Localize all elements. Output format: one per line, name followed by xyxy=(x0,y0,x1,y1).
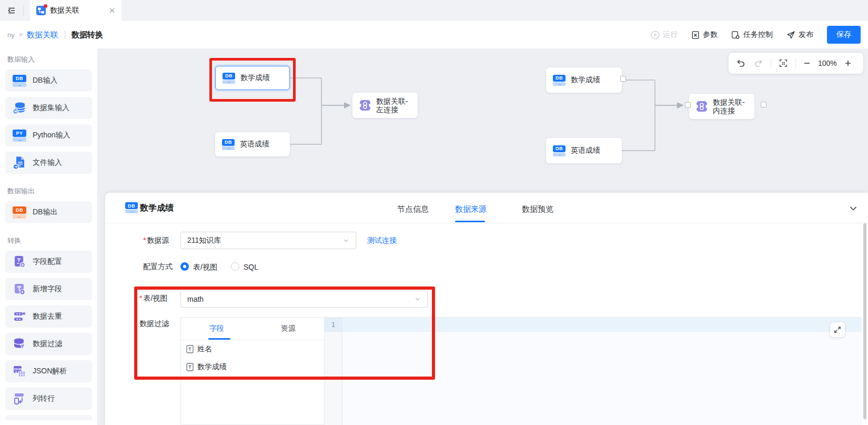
breadcrumb-root[interactable]: ny xyxy=(7,31,15,39)
sidebar-item-col-to-row[interactable]: 列转行 xyxy=(5,388,92,410)
sidebar-item-data-filter[interactable]: 数据过滤 xyxy=(5,333,92,355)
field-resource-panel: 字段 资源 姓名 数学成绩 xyxy=(180,317,325,425)
task-control-button[interactable]: 任务控制 xyxy=(731,30,773,39)
toolbar-divider xyxy=(771,58,771,68)
sidebar-item-dataset-input[interactable]: 数据集输入 xyxy=(5,97,92,119)
test-connection-link[interactable]: 测试连接 xyxy=(367,236,397,245)
radio-sql-label[interactable]: SQL xyxy=(244,263,258,271)
section-transform-label: 转换 xyxy=(7,236,92,245)
field-config-icon xyxy=(12,254,27,270)
field-panel-tabs: 字段 资源 xyxy=(181,318,324,340)
node-join-left[interactable]: 数据关联- 左连接 xyxy=(352,93,418,118)
field-doc-icon xyxy=(186,345,194,353)
sidebar-item-add-field[interactable]: 新增字段 xyxy=(5,278,92,300)
breadcrumb-separator: > xyxy=(19,31,23,38)
node-math-score-left[interactable]: DB→ 数学成绩 xyxy=(215,66,290,90)
params-doc-icon xyxy=(691,31,700,39)
sidebar-item-json-parse[interactable]: JSON JSON解析 xyxy=(5,360,92,382)
node-join-inner[interactable]: 数据关联- 内连接 xyxy=(689,94,754,119)
sidebar-item-db-input[interactable]: DB→ DB输入 xyxy=(5,70,92,92)
section-data-input-label: 数据输入 xyxy=(7,55,92,64)
port-join-inner-out[interactable] xyxy=(761,102,766,107)
panel-scrollbar[interactable] xyxy=(863,223,866,419)
node-config-panel: DB→ 数学成绩 节点信息 数据来源 数据预览 *数据源 211知识库 测试连接… xyxy=(105,193,868,425)
params-button[interactable]: 参数 xyxy=(691,30,718,39)
sidebar-item-field-config[interactable]: 字段配置 xyxy=(5,251,92,273)
panel-collapse-icon[interactable] xyxy=(848,203,859,214)
file-input-icon xyxy=(12,155,27,171)
panel-node-title: 数学成绩 xyxy=(140,203,174,214)
zoom-out-icon[interactable] xyxy=(803,60,811,67)
breadcrumb-divider xyxy=(65,31,65,39)
expand-editor-button[interactable] xyxy=(830,322,845,337)
params-label: 参数 xyxy=(703,30,718,39)
flow-tab-icon xyxy=(36,6,46,15)
run-label: 运行 xyxy=(663,30,678,39)
zoom-in-icon[interactable] xyxy=(844,60,852,67)
radio-sql[interactable] xyxy=(231,262,239,271)
fit-view-icon[interactable] xyxy=(779,58,788,68)
db-output-icon: DB← xyxy=(12,204,27,220)
tab-data-preview[interactable]: 数据预览 xyxy=(522,204,553,214)
tab-data-join[interactable]: 数据关联 xyxy=(30,0,122,21)
tab-node-info[interactable]: 节点信息 xyxy=(397,204,429,214)
port-math-out[interactable] xyxy=(620,76,626,82)
sidebar-item-file-input[interactable]: 文件输入 xyxy=(5,152,92,174)
paper-plane-icon xyxy=(786,31,795,39)
field-tab-underline xyxy=(208,338,230,340)
section-data-output-label: 数据输出 xyxy=(7,186,92,196)
radio-table-view-label[interactable]: 表/视图 xyxy=(193,263,217,272)
chevron-down-icon xyxy=(415,296,421,302)
active-tab-underline xyxy=(455,221,485,222)
required-mark: * xyxy=(139,294,142,302)
field-item-math-score[interactable]: 数学成绩 xyxy=(181,358,324,376)
node-math-score-right[interactable]: DB→ 数学成绩 xyxy=(546,67,622,93)
field-doc-icon xyxy=(186,363,194,371)
breadcrumb-section-link[interactable]: 数据关联 xyxy=(27,30,58,40)
port-join-inner-in[interactable] xyxy=(685,102,691,108)
line-number: 1 xyxy=(325,318,342,332)
sidebar-item-partial[interactable] xyxy=(5,415,92,420)
col-to-row-icon xyxy=(12,391,27,407)
data-filter-label: 数据过滤 xyxy=(139,319,169,329)
sidebar-item-dedup[interactable]: 数据去重 xyxy=(5,305,92,328)
close-tab-icon[interactable] xyxy=(109,7,115,14)
node-english-score-right[interactable]: DB→ 英语成绩 xyxy=(546,138,622,163)
tab-resources[interactable]: 资源 xyxy=(253,318,324,340)
header-actions: 运行 参数 任务控制 xyxy=(651,26,868,44)
expand-icon xyxy=(833,325,842,334)
table-view-select[interactable]: math xyxy=(180,291,428,308)
datasource-select[interactable]: 211知识库 xyxy=(180,232,356,249)
undo-icon[interactable] xyxy=(736,59,746,67)
sidebar-item-python-input[interactable]: PY→ Python输入 xyxy=(5,124,92,146)
toolbar-divider xyxy=(795,58,796,68)
redo-icon[interactable] xyxy=(753,59,763,67)
save-button[interactable]: 保存 xyxy=(827,26,861,44)
radio-table-view[interactable] xyxy=(180,262,189,271)
page-title: 数据转换 xyxy=(72,30,103,40)
active-line-highlight xyxy=(342,318,862,332)
tab-data-source[interactable]: 数据来源 xyxy=(455,204,487,214)
publish-button[interactable]: 发布 xyxy=(786,30,813,39)
header-bar: ny > 数据关联 数据转换 运行 参数 xyxy=(0,21,868,49)
sidebar-item-db-output[interactable]: DB← DB输出 xyxy=(5,201,92,223)
python-input-icon: PY→ xyxy=(12,127,27,143)
tab-fields[interactable]: 字段 xyxy=(181,318,253,340)
tab-strip: 数据关联 xyxy=(0,0,868,21)
run-button[interactable]: 运行 xyxy=(651,30,678,39)
field-item-name[interactable]: 姓名 xyxy=(181,340,324,358)
json-parse-icon: JSON xyxy=(12,363,27,379)
node-english-score-left[interactable]: DB→ 英语成绩 xyxy=(215,132,290,156)
tab-label: 数据关联 xyxy=(50,6,79,15)
filter-code-editor[interactable] xyxy=(342,317,862,425)
db-node-icon: DB→ xyxy=(553,145,566,156)
datasource-label: *数据源 xyxy=(143,236,169,245)
editor-gutter: 1 xyxy=(325,317,342,425)
add-field-icon xyxy=(12,281,27,297)
task-control-label: 任务控制 xyxy=(743,30,773,39)
publish-label: 发布 xyxy=(799,30,813,39)
node-palette-sidebar: 数据输入 DB→ DB输入 数据集输入 PY→ xyxy=(0,48,98,425)
svg-text:JSON: JSON xyxy=(13,368,22,371)
collapse-sidebar-icon[interactable] xyxy=(0,0,23,21)
play-circle-icon xyxy=(651,31,660,39)
